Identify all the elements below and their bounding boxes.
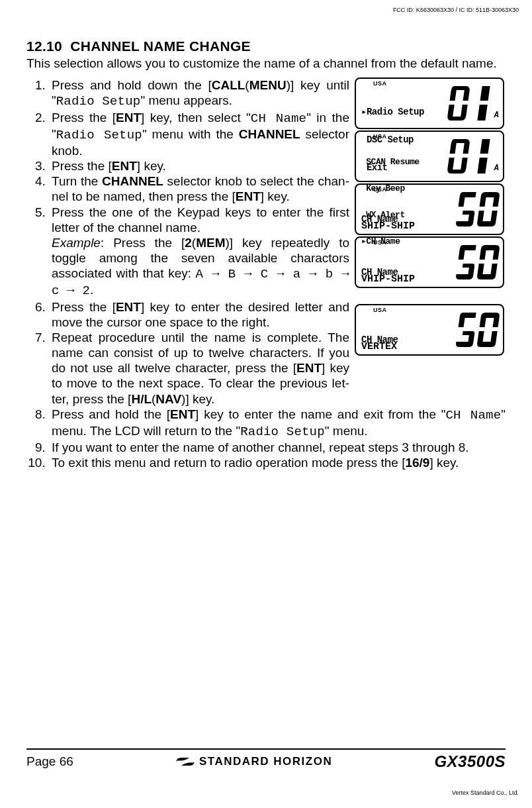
usa-badge: USA: [373, 239, 387, 246]
company-label: Vertex Standard Co., Ltd.: [452, 789, 519, 796]
channel-number: [455, 244, 499, 281]
steps-list-top: Press and hold down the [CALL(MENU)] key…: [26, 77, 349, 407]
lcd-screen-3: USA CH Name SHIP-SHIP: [355, 183, 504, 235]
lcd-screen-4: USA CH Name VHIP-SHIP: [355, 236, 504, 288]
usa-badge: USA: [373, 133, 387, 140]
step-4: Turn the CHANNEL selector knob to select…: [49, 174, 349, 204]
section-heading: 12.10 CHANNEL NAME CHANGE: [26, 38, 506, 54]
usa-badge: USA: [373, 307, 387, 313]
lcd-screenshots-column: USA ▸Radio Setup DSC Setup Exit A USA: [355, 77, 506, 407]
usa-badge: USA: [373, 80, 387, 87]
standard-horizon-logo-icon: [175, 754, 195, 769]
step-1: Press and hold down the [CALL(MENU)] key…: [49, 77, 349, 109]
steps-list-bottom: Press and hold the [ENT] key to enter th…: [26, 407, 506, 471]
step-6: Press the [ENT] key to enter the desired…: [49, 299, 349, 330]
intro-text: This selection allows you to customize t…: [26, 56, 506, 71]
page-footer: Page 66 STANDARD HORIZON GX3500S: [26, 748, 506, 772]
brand-logo-block: STANDARD HORIZON: [175, 754, 332, 769]
step-8: Press and hold the [ENT] key to enter th…: [49, 407, 506, 440]
channel-number: [455, 191, 499, 228]
channel-number: [455, 311, 499, 348]
fcc-id-label: FCC ID: K6630063X30 / IC ID: 511B-30063X…: [393, 7, 519, 13]
step-3: Press the [ENT] key.: [49, 158, 349, 174]
channel-number: A: [448, 85, 499, 122]
step-9: If you want to enter the name of another…: [49, 440, 506, 455]
lcd-screen-5: USA CH Name VERTEX: [355, 304, 504, 356]
model-label: GX3500S: [434, 752, 506, 771]
step-7: Repeat procedure until the name is compl…: [49, 330, 349, 407]
usa-badge: USA: [373, 186, 387, 193]
step-5: Press the one of the Keypad keys to ente…: [49, 205, 349, 299]
step-2: Press the [ENT] key, then select "CH Nam…: [49, 110, 349, 159]
page-number: Page 66: [26, 754, 73, 769]
lcd-screen-1: USA ▸Radio Setup DSC Setup Exit A: [355, 77, 504, 129]
channel-number: A: [448, 138, 499, 175]
lcd-screen-2: USA SCAN Resume Key Beep WX Alert ▸CH Na…: [355, 130, 504, 182]
step-10: To exit this menu and return to radio op…: [49, 455, 506, 470]
